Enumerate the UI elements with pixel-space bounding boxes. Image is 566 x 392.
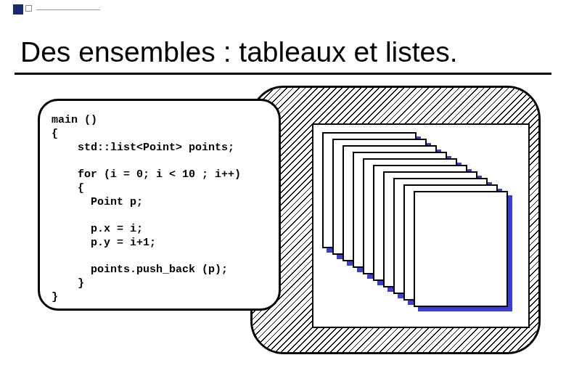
code-box: main () { std::list<Point> points; for (… (38, 99, 281, 311)
bullet-square-outline (25, 5, 32, 12)
decorative-header (13, 4, 100, 15)
code-content: main () { std::list<Point> points; for (… (52, 114, 270, 305)
object-stack (322, 132, 525, 319)
title-underline (15, 73, 551, 75)
object-card (414, 191, 508, 307)
bullet-square-filled (13, 4, 23, 15)
slide-title: Des ensembles : tableaux et listes. (20, 36, 458, 68)
decorative-line (36, 9, 100, 10)
